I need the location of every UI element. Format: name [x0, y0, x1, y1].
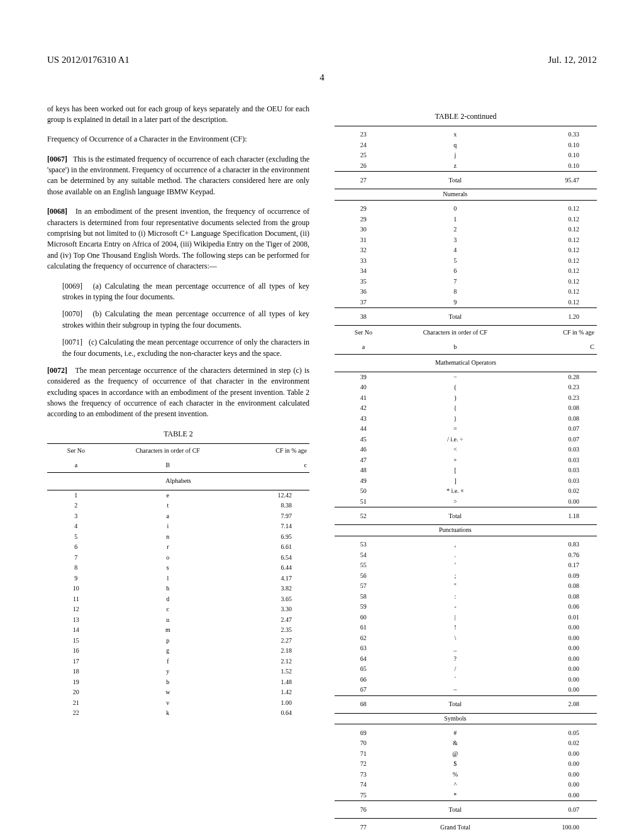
table-cell: 5	[47, 532, 105, 543]
table-row: 4i7.14	[47, 521, 309, 532]
table-row: 41)0.23	[335, 393, 597, 404]
table-cell: k	[105, 708, 231, 719]
table-cell: 0.01	[518, 612, 597, 623]
table-cell: 7.14	[231, 521, 309, 532]
table-cell: 41	[335, 393, 392, 404]
table-cell: 8	[47, 563, 105, 573]
table-cell: 20	[47, 687, 105, 698]
table-cell: \	[392, 633, 518, 644]
table-cell: 10	[47, 584, 105, 594]
tbody-numerals: 2900.122910.123020.123130.123240.123350.…	[335, 204, 597, 308]
table-cell: 0.76	[518, 550, 597, 561]
th-cf: CF in % age	[231, 444, 309, 458]
table-row: 64?0.00	[335, 654, 597, 665]
table-cell: 0.28	[518, 372, 597, 382]
table-cell: 0.12	[518, 256, 597, 267]
table-cell: -	[392, 602, 518, 612]
table-cell: 50	[335, 486, 392, 497]
table-cell: 0.00	[518, 654, 597, 665]
table-row: 6r6.61	[47, 542, 309, 553]
table-cell: f	[105, 656, 231, 667]
table-cell: 22	[47, 708, 105, 719]
table-cell: 61	[335, 622, 392, 633]
table-cell: w	[105, 687, 231, 698]
table-cell: 0.12	[518, 297, 597, 308]
table2-left: Ser NoCharacters in order of CFCF in % a…	[47, 443, 309, 719]
table-cell: 65	[335, 664, 392, 675]
table-cell: b	[105, 677, 231, 688]
table-cell: 43	[335, 414, 392, 424]
table-cell: z	[392, 161, 518, 172]
table-cell: 63	[335, 643, 392, 654]
table-row: 75*0.00	[335, 790, 597, 801]
page-header: US 2012/0176310 A1 Jul. 12, 2012	[47, 53, 597, 67]
table-cell: 3.30	[231, 604, 309, 615]
table-cell: <	[392, 445, 518, 455]
table-cell: #	[392, 728, 518, 739]
table-cell: 21	[47, 698, 105, 709]
table-cell: 31	[335, 235, 392, 246]
table-cell: 0	[392, 204, 518, 214]
table-cell: 75	[335, 790, 392, 801]
table-row: 58:0.08	[335, 592, 597, 602]
page: US 2012/0176310 A1 Jul. 12, 2012 4 of ke…	[0, 0, 644, 830]
table-row: 25j0.10	[335, 150, 597, 161]
table-cell: 73	[335, 770, 392, 780]
th-cf: CF in % age	[518, 326, 597, 340]
table-cell: 60	[335, 612, 392, 623]
table-cell: r	[105, 542, 231, 553]
table-row: 3680.12	[335, 287, 597, 297]
tbody-alphabets-right: 23x0.3324q0.1025j0.1026z0.10	[335, 130, 597, 172]
table-cell: 4	[392, 245, 518, 256]
table-row: 55'0.17	[335, 560, 597, 571]
page-number: 4	[47, 71, 597, 85]
table-row: 54.0.76	[335, 550, 597, 561]
table-row: 60|0.01	[335, 612, 597, 623]
table-cell: 11	[47, 594, 105, 605]
table-cell: :	[392, 592, 518, 602]
table-row: 3460.12	[335, 266, 597, 277]
table-cell: 39	[335, 372, 392, 382]
table-cell: 0.07	[518, 424, 597, 434]
table-row: 50* i.e. ×0.02	[335, 486, 597, 497]
table-cell: 0.83	[518, 540, 597, 550]
para-0068: [0068] In an embodiment of the present i…	[47, 206, 309, 272]
table-row: 13u2.47	[47, 615, 309, 626]
table-cell: l	[105, 573, 231, 584]
table-cell: 45	[335, 434, 392, 445]
table-cell: 1	[47, 490, 105, 501]
table-cell: y	[105, 667, 231, 677]
table-cell: 0.12	[518, 235, 597, 246]
table-row: 65/0.00	[335, 664, 597, 675]
table-cell: u	[105, 615, 231, 626]
table-cell: 0.00	[518, 643, 597, 654]
table-cell: 16	[47, 646, 105, 656]
table-cell: 55	[335, 560, 392, 571]
table-cell: (	[392, 382, 518, 393]
table-cell: 0.00	[518, 770, 597, 780]
table-cell: / i.e. ÷	[392, 434, 518, 445]
table-cell: 0.00	[518, 497, 597, 507]
publication-number: US 2012/0176310 A1	[47, 53, 130, 67]
table-cell: 49	[335, 476, 392, 487]
table-cell: 34	[335, 266, 392, 277]
table-row: 19b1.48	[47, 677, 309, 688]
table-row: 3240.12	[335, 245, 597, 256]
table-cell: 1	[392, 214, 518, 225]
table-cell: 1.48	[231, 677, 309, 688]
table-row: 3a7.97	[47, 511, 309, 522]
table-cell: 3.82	[231, 584, 309, 594]
table-cell: 4	[47, 521, 105, 532]
para-num: [0070]	[62, 309, 82, 318]
table-cell: i	[105, 521, 231, 532]
th-sub-c: c	[231, 458, 309, 473]
table-cell: 0.33	[518, 130, 597, 140]
table-row: 3350.12	[335, 256, 597, 267]
table-cell: 0.12	[518, 214, 597, 225]
table-cell: 18	[47, 667, 105, 677]
table-cell: 0.03	[518, 465, 597, 476]
section-alphabets: Alphabets	[47, 473, 309, 490]
table-cell: 51	[335, 497, 392, 507]
table-cell: 17	[47, 656, 105, 667]
table-cell: 25	[335, 150, 392, 161]
